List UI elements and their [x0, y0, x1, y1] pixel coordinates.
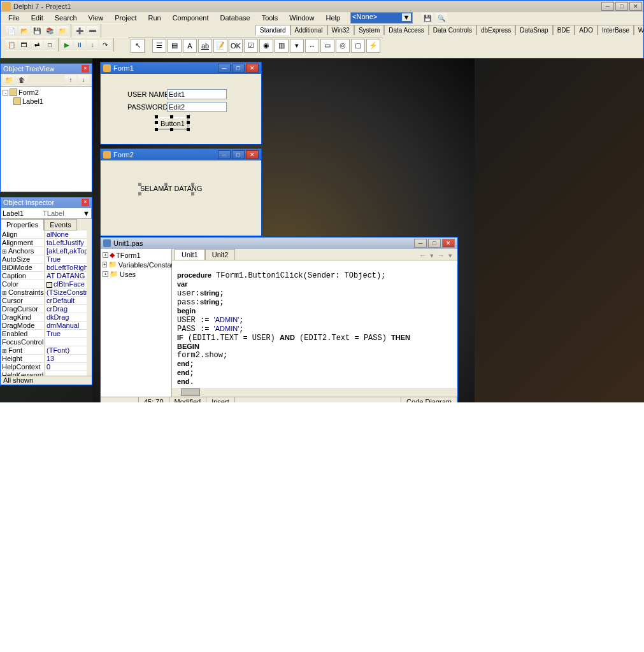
run-icon[interactable]: ▶: [61, 39, 73, 51]
open-icon[interactable]: 📂: [18, 25, 30, 37]
code-maximize-button[interactable]: □: [428, 239, 441, 248]
selection-handle[interactable]: [191, 192, 194, 195]
selection-handle[interactable]: [187, 128, 190, 131]
component-tab-additional[interactable]: Additional: [290, 25, 327, 35]
component-tab-datasnap[interactable]: DataSnap: [515, 25, 552, 35]
expand-icon[interactable]: +: [103, 271, 108, 277]
code-tree[interactable]: +◆TForm1 +📁Variables/Constants +📁Uses: [101, 249, 172, 397]
menu-edit[interactable]: Edit: [26, 13, 48, 23]
tree-new-icon[interactable]: 📁: [3, 74, 15, 86]
radiobutton-component-icon[interactable]: ◉: [259, 39, 273, 53]
selection-handle[interactable]: [138, 192, 141, 195]
nav-fwd-drop-icon[interactable]: ▾: [448, 252, 452, 260]
selection-handle[interactable]: [155, 115, 158, 118]
treeview-close-icon[interactable]: ×: [82, 65, 89, 73]
tree-item[interactable]: Label1: [2, 97, 90, 106]
groupbox-component-icon[interactable]: ▭: [320, 39, 334, 53]
inspector-titlebar[interactable]: Object Inspector ×: [1, 197, 92, 208]
menu-component[interactable]: Component: [168, 13, 214, 23]
panel-component-icon[interactable]: ▢: [351, 39, 365, 53]
radiogroup-component-icon[interactable]: ◎: [336, 39, 350, 53]
inspector-tab-properties[interactable]: Properties: [1, 219, 44, 230]
inspector-close-icon[interactable]: ×: [82, 199, 89, 206]
close-button[interactable]: ✕: [629, 2, 642, 11]
code-titlebar[interactable]: Unit1.pas ─ □ ✕: [101, 237, 457, 249]
inspector-grid[interactable]: AlignalNoneAlignmenttaLeftJustifyAnchors…: [1, 230, 92, 376]
expand-icon[interactable]: +: [103, 252, 108, 258]
inspector-row[interactable]: EnabledTrue: [1, 330, 92, 338]
treeview-body[interactable]: -Form2Label1: [1, 87, 92, 192]
menu-file[interactable]: File: [3, 13, 25, 23]
nav-back-drop-icon[interactable]: ▾: [430, 252, 434, 260]
form1-close-button[interactable]: ✕: [246, 64, 259, 73]
form1-canvas[interactable]: USER NAME PASSWORD Edit1 Edit2 Button1: [101, 74, 261, 144]
component-tab-dbexpress[interactable]: dbExpress: [476, 25, 515, 35]
inspector-row[interactable]: AlignmenttaLeftJustify: [1, 239, 92, 247]
inspector-row[interactable]: CaptionAT DATANG: [1, 272, 92, 280]
code-editor[interactable]: procedure TForm1.Button1Click(Sender: TO…: [172, 260, 457, 388]
inspector-row[interactable]: HelpContext0: [1, 363, 92, 371]
inspector-row[interactable]: AlignalNone: [1, 230, 92, 239]
expand-icon[interactable]: +: [103, 262, 107, 267]
form1-maximize-button[interactable]: □: [232, 64, 245, 73]
tree-up-icon[interactable]: ↑: [65, 74, 76, 86]
code-tree-tform1[interactable]: TForm1: [116, 252, 141, 259]
menu-view[interactable]: View: [83, 13, 109, 23]
menu-help[interactable]: Help: [320, 13, 345, 23]
step-over-icon[interactable]: ↷: [99, 39, 111, 51]
code-hscrollbar[interactable]: [172, 388, 457, 397]
edit-component-icon[interactable]: ab: [198, 39, 212, 53]
memo-component-icon[interactable]: 📝: [213, 39, 227, 53]
component-tab-ado[interactable]: ADO: [575, 25, 597, 35]
treeview-titlebar[interactable]: Object TreeView ×: [1, 64, 92, 74]
pointer-icon[interactable]: ↖: [131, 39, 145, 53]
form1-minimize-button[interactable]: ─: [218, 64, 231, 73]
component-tab-standard[interactable]: Standard: [255, 25, 290, 35]
menu-window[interactable]: Window: [284, 13, 319, 23]
new-form-icon[interactable]: □: [44, 39, 55, 51]
toggle-icon[interactable]: ⇄: [31, 39, 43, 51]
inspector-row[interactable]: Font(TFont): [1, 346, 92, 355]
explore-icon[interactable]: 🔍: [436, 12, 447, 24]
form2-canvas[interactable]: SELAMAT DATANG: [101, 160, 261, 236]
component-tab-bde[interactable]: BDE: [553, 25, 575, 35]
inspector-row[interactable]: AutoSizeTrue: [1, 255, 92, 264]
view-unit-icon[interactable]: 📋: [6, 39, 17, 51]
pause-icon[interactable]: ⏸: [74, 39, 85, 51]
selection-handle[interactable]: [155, 128, 158, 131]
inspector-row[interactable]: FocusControl: [1, 338, 92, 346]
menu-tools[interactable]: Tools: [257, 13, 283, 23]
form2-titlebar[interactable]: Form2 ─ □ ✕: [101, 149, 261, 160]
remove-file-icon[interactable]: ➖: [87, 25, 98, 37]
actionlist-component-icon[interactable]: ⚡: [366, 39, 380, 53]
edit-password[interactable]: Edit2: [167, 102, 227, 112]
component-tab-system[interactable]: System: [354, 25, 384, 35]
menu-database[interactable]: Database: [215, 13, 255, 23]
selection-handle[interactable]: [170, 115, 173, 118]
main-titlebar[interactable]: Delphi 7 - Project1 ─ □ ✕: [1, 1, 643, 12]
inspector-row[interactable]: CursorcrDefault: [1, 297, 92, 305]
listbox-component-icon[interactable]: ▥: [275, 39, 289, 53]
code-tree-uses[interactable]: Uses: [120, 271, 136, 278]
inspector-row[interactable]: BiDiModebdLeftToRight: [1, 264, 92, 272]
tree-down-icon[interactable]: ↓: [78, 74, 89, 86]
tree-delete-icon[interactable]: 🗑: [16, 74, 27, 86]
label-username[interactable]: USER NAME: [127, 90, 169, 98]
edit-username[interactable]: Edit1: [167, 89, 227, 99]
inspector-row[interactable]: ColorclBtnFace: [1, 280, 92, 288]
nav-back-icon[interactable]: ←: [419, 252, 426, 260]
button-component-icon[interactable]: OK: [229, 39, 243, 53]
inspector-scrollbar[interactable]: [87, 230, 92, 376]
popupmenu-component-icon[interactable]: ▤: [168, 39, 182, 53]
code-minimize-button[interactable]: ─: [414, 239, 427, 248]
minimize-button[interactable]: ─: [601, 2, 614, 11]
unit-tab-unit2[interactable]: Unit2: [205, 249, 236, 260]
menu-run[interactable]: Run: [143, 13, 166, 23]
menu-search[interactable]: Search: [50, 13, 82, 23]
nav-fwd-icon[interactable]: →: [438, 252, 445, 260]
selection-handle[interactable]: [170, 128, 173, 131]
menu-project[interactable]: Project: [110, 13, 141, 23]
form1-titlebar[interactable]: Form1 ─ □ ✕: [101, 62, 261, 74]
selection-handle[interactable]: [138, 183, 141, 186]
unit-tab-unit1[interactable]: Unit1: [175, 249, 205, 260]
